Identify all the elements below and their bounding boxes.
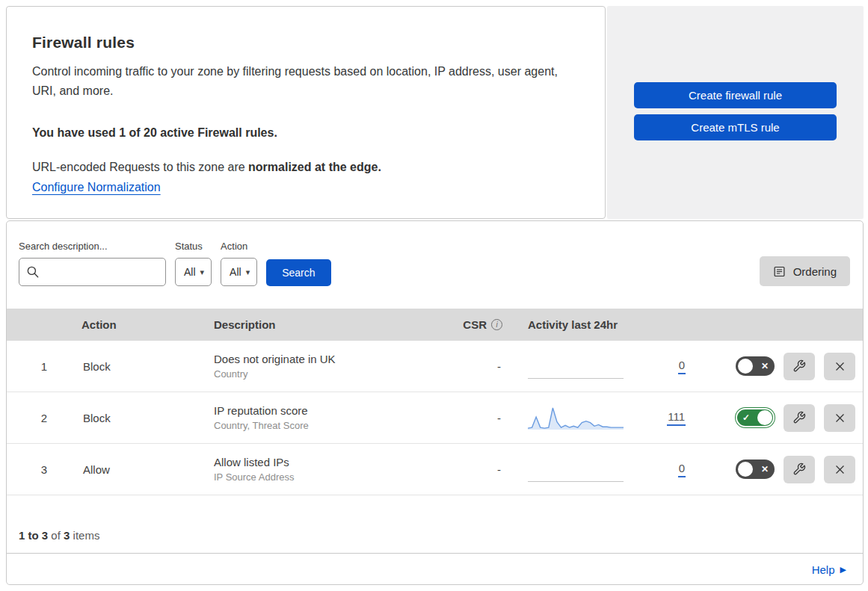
header-csr-label: CSR [463, 318, 487, 331]
firewall-rules-intro-panel: Firewall rules Control incoming traffic … [6, 6, 606, 219]
activity-count-link[interactable]: 111 [667, 410, 686, 426]
search-label: Search description... [19, 241, 166, 252]
search-filter-group: Search description... [19, 241, 166, 286]
pagination-summary: 1 to 3 of 3 items [7, 495, 863, 553]
rule-activity-cell: 0 [505, 457, 687, 482]
chevron-down-icon: ▾ [246, 268, 250, 276]
search-input[interactable] [19, 258, 166, 286]
chevron-down-icon: ▾ [200, 268, 205, 276]
close-icon [834, 412, 846, 424]
rule-csr-value: - [438, 360, 505, 373]
configure-normalization-link[interactable]: Configure Normalization [32, 181, 161, 194]
page-description: Control incoming traffic to your zone by… [32, 62, 567, 102]
actions-panel: Create firewall rule Create mTLS rule [607, 6, 864, 219]
rule-controls: ✕ [687, 456, 863, 483]
close-icon [834, 463, 846, 476]
rule-fields: Country [214, 368, 438, 380]
wrench-icon [792, 359, 806, 373]
rule-description-cell: Allow listed IPs IP Source Address [214, 456, 438, 483]
toggle-knob [757, 410, 772, 425]
ordering-label: Ordering [793, 265, 837, 278]
rule-priority: 3 [7, 463, 81, 476]
rule-action: Block [81, 360, 214, 373]
rule-controls: ✓ [687, 404, 863, 432]
help-link[interactable]: Help ▶ [812, 563, 846, 576]
status-dropdown[interactable]: All ▾ [175, 258, 212, 286]
items-of: of [48, 529, 64, 542]
usage-summary: You have used 1 of 20 active Firewall ru… [32, 126, 567, 140]
items-range: 1 to 3 [19, 529, 48, 542]
table-row: 1 Block Does not originate in UK Country… [7, 341, 863, 392]
edit-rule-button[interactable] [784, 404, 815, 432]
rule-description: Does not originate in UK [214, 353, 438, 365]
items-word: items [70, 529, 99, 542]
rule-description: IP reputation score [214, 404, 438, 417]
toggle-knob [738, 359, 753, 374]
header-action: Action [81, 318, 214, 331]
table-header: Action Description CSR i Activity last 2… [7, 309, 863, 341]
rule-priority: 2 [7, 412, 81, 424]
firewall-rules-page: Firewall rules Control incoming traffic … [0, 0, 868, 591]
toggle-state-icon: ✕ [761, 361, 769, 371]
action-dropdown[interactable]: All ▾ [221, 258, 257, 286]
rule-action: Allow [81, 463, 214, 476]
edit-rule-button[interactable] [784, 353, 815, 380]
activity-count-link[interactable]: 0 [678, 359, 686, 374]
edit-rule-button[interactable] [784, 456, 815, 483]
table-row: 2 Block IP reputation score Country, Thr… [7, 392, 863, 444]
help-label: Help [812, 563, 835, 576]
create-firewall-rule-button[interactable]: Create firewall rule [634, 82, 837, 108]
rule-enabled-toggle[interactable]: ✕ [736, 460, 775, 479]
rule-description-cell: Does not originate in UK Country [214, 353, 438, 380]
status-filter-group: Status All ▾ [175, 241, 212, 286]
search-icon [26, 265, 40, 279]
status-selected-value: All [184, 266, 196, 278]
rule-csr-value: - [438, 412, 505, 424]
search-box [19, 258, 166, 286]
action-filter-group: Action All ▾ [221, 241, 257, 286]
activity-sparkline [528, 353, 624, 379]
activity-sparkline [528, 457, 624, 482]
activity-count-link[interactable]: 0 [678, 462, 686, 477]
table-row: 3 Allow Allow listed IPs IP Source Addre… [7, 444, 863, 495]
toggle-knob [738, 462, 753, 477]
rule-enabled-toggle[interactable]: ✓ [736, 408, 775, 427]
rules-list-card: Search description... Status All ▾ Actio… [6, 220, 864, 585]
page-title: Firewall rules [32, 34, 567, 52]
list-icon [773, 265, 786, 278]
create-mtls-rule-button[interactable]: Create mTLS rule [634, 114, 837, 140]
action-label: Action [221, 241, 257, 252]
rule-priority: 1 [7, 360, 81, 373]
filter-bar: Search description... Status All ▾ Actio… [7, 221, 863, 286]
rule-enabled-toggle[interactable]: ✕ [736, 356, 775, 376]
wrench-icon [792, 411, 806, 424]
rule-activity-cell: 111 [505, 405, 687, 430]
header-csr: CSR i [438, 318, 505, 331]
toggle-state-icon: ✓ [742, 412, 750, 423]
ordering-button[interactable]: Ordering [760, 256, 850, 286]
help-bar: Help ▶ [7, 553, 863, 585]
rule-fields: IP Source Address [214, 471, 438, 483]
delete-rule-button[interactable] [824, 456, 855, 483]
rule-fields: Country, Threat Score [214, 420, 438, 431]
header-activity: Activity last 24hr [505, 318, 687, 331]
toggle-state-icon: ✕ [761, 464, 769, 474]
normalization-bold-text: normalized at the edge. [248, 161, 381, 173]
wrench-icon [792, 462, 806, 476]
rule-description-cell: IP reputation score Country, Threat Scor… [214, 404, 438, 431]
header-description: Description [214, 318, 438, 331]
arrow-right-icon: ▶ [840, 566, 846, 574]
normalization-note: URL-encoded Requests to this zone are no… [32, 161, 567, 174]
normalization-text: URL-encoded Requests to this zone are [32, 161, 248, 173]
rule-description: Allow listed IPs [214, 456, 438, 468]
rule-activity-cell: 0 [505, 353, 687, 379]
rule-csr-value: - [438, 463, 505, 476]
delete-rule-button[interactable] [824, 353, 855, 380]
search-button[interactable]: Search [266, 259, 330, 286]
delete-rule-button[interactable] [824, 404, 855, 432]
status-label: Status [175, 241, 212, 252]
info-icon[interactable]: i [491, 319, 502, 330]
action-selected-value: All [230, 266, 241, 278]
activity-sparkline [528, 405, 624, 430]
close-icon [834, 360, 846, 373]
